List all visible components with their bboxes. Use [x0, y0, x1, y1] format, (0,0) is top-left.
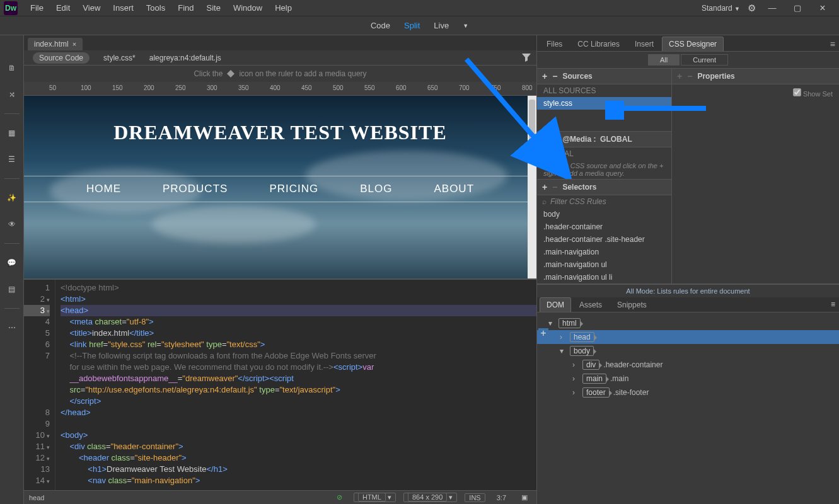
- view-switcher: CodeSplitLive▼: [0, 16, 839, 35]
- viewmode-live[interactable]: Live: [434, 21, 449, 30]
- source-stylecss[interactable]: style.css: [537, 97, 671, 110]
- live-preview[interactable]: DREAMWEAVER TEST WEBSITE HOMEPRODUCTSPRI…: [24, 96, 536, 278]
- dom-node-head[interactable]: ›head: [537, 330, 839, 344]
- viewmode-code[interactable]: Code: [371, 21, 390, 30]
- line-gutter[interactable]: 1234567891011121314: [24, 280, 55, 490]
- media-query-marker-icon: [226, 69, 235, 78]
- document-tabs: index.html ×: [24, 35, 536, 50]
- panel-tab-files[interactable]: Files: [540, 37, 569, 51]
- selector-row[interactable]: .main-navigation ul: [537, 258, 671, 271]
- live-options-icon[interactable]: ▼: [463, 23, 468, 29]
- media-global-row[interactable]: GLOBAL: [537, 147, 671, 160]
- related-file-alegreya[interactable]: alegreya:n4:default.js: [149, 54, 221, 62]
- css-mode-current[interactable]: Current: [681, 54, 728, 66]
- dom-add-icon[interactable]: +: [538, 328, 548, 338]
- panel-icon[interactable]: ▤: [4, 282, 20, 297]
- left-toolbar: 🗎 ⤭ ▦ ☰ ✨ 👁 💬 ▤ ⋯: [0, 35, 24, 504]
- preview-scrollbar[interactable]: [528, 96, 536, 278]
- breadcrumb[interactable]: head: [29, 494, 44, 501]
- dom-tab-assets[interactable]: Assets: [572, 297, 609, 312]
- sources-header: + − Sources: [537, 68, 671, 84]
- panel-tab-cc-libraries[interactable]: CC Libraries: [570, 37, 627, 51]
- selector-row[interactable]: body: [537, 208, 671, 220]
- selector-row[interactable]: .header-container: [537, 220, 671, 233]
- panel-tab-insert[interactable]: Insert: [628, 37, 661, 51]
- nav-pricing[interactable]: PRICING: [269, 183, 318, 195]
- menu-site[interactable]: Site: [200, 0, 226, 16]
- code-editor[interactable]: 1234567891011121314 <!doctype html><html…: [24, 280, 536, 490]
- dom-node-html[interactable]: ▾html: [537, 316, 839, 330]
- wand-icon[interactable]: ✨: [4, 190, 20, 205]
- lang-selector[interactable]: HTML ▾: [354, 493, 396, 502]
- menu-file[interactable]: File: [24, 0, 50, 16]
- menu-window[interactable]: Window: [227, 0, 269, 16]
- menu-find[interactable]: Find: [171, 0, 200, 16]
- code-content[interactable]: <!doctype html><html><head> <meta charse…: [55, 280, 536, 490]
- close-button[interactable]: ×: [814, 3, 831, 14]
- viewmode-split[interactable]: Split: [404, 21, 420, 30]
- source-code-pill[interactable]: Source Code: [33, 52, 90, 64]
- menu-insert[interactable]: Insert: [107, 0, 140, 16]
- workspace-switcher[interactable]: Standard ▼: [702, 4, 740, 13]
- insert-mode[interactable]: INS: [465, 493, 485, 502]
- dom-tab-snippets[interactable]: Snippets: [610, 297, 654, 312]
- selector-row[interactable]: .header-container .site-header: [537, 233, 671, 246]
- nav-products[interactable]: PRODUCTS: [163, 183, 228, 195]
- minimize-button[interactable]: —: [763, 3, 781, 14]
- nav-blog[interactable]: BLOG: [360, 183, 392, 195]
- app-logo[interactable]: Dw: [4, 1, 18, 15]
- panel-tab-css-designer[interactable]: CSS Designer: [662, 37, 724, 51]
- related-files-bar: Source Code style.css* alegreya:n4:defau…: [24, 50, 536, 66]
- file-tab-index[interactable]: index.html ×: [28, 38, 83, 50]
- status-ok-icon: ⊘: [333, 493, 346, 501]
- media-header: + − @Media : GLOBAL: [537, 131, 671, 147]
- sync-settings-icon[interactable]: ⚙: [748, 3, 756, 14]
- eye-icon[interactable]: 👁: [4, 217, 20, 232]
- add-selector-icon[interactable]: +: [542, 182, 547, 192]
- menu-help[interactable]: Help: [269, 0, 298, 16]
- preview-device-icon[interactable]: ▣: [518, 493, 531, 501]
- menu-tools[interactable]: Tools: [140, 0, 171, 16]
- show-set-checkbox[interactable]: Show Set: [793, 88, 833, 98]
- inspect-icon[interactable]: ☰: [4, 152, 20, 167]
- add-source-icon[interactable]: +: [542, 71, 547, 81]
- remove-selector-icon[interactable]: −: [552, 182, 557, 192]
- dom-panel-menu-icon[interactable]: ≡: [831, 300, 835, 309]
- menu-edit[interactable]: Edit: [50, 0, 76, 16]
- nav-about[interactable]: ABOUT: [434, 183, 474, 195]
- git-icon[interactable]: ⤭: [4, 87, 20, 102]
- dom-node-body[interactable]: ▾body: [537, 344, 839, 358]
- selector-row[interactable]: .main-navigation: [537, 246, 671, 258]
- dom-node-main[interactable]: ›main.main: [537, 372, 839, 386]
- remove-source-icon[interactable]: −: [552, 71, 557, 81]
- panel-menu-icon[interactable]: ≡: [830, 39, 835, 49]
- nav-home[interactable]: HOME: [86, 183, 121, 195]
- more-tools-icon[interactable]: ⋯: [4, 320, 20, 335]
- filter-icon[interactable]: [521, 52, 531, 64]
- file-manager-icon[interactable]: 🗎: [4, 60, 20, 76]
- dom-tab-dom[interactable]: DOM: [540, 297, 571, 312]
- comment-icon[interactable]: 💬: [4, 255, 20, 270]
- dom-tree[interactable]: + ▾html›head▾body›div.header-container›m…: [537, 312, 839, 504]
- css-mode-all[interactable]: All: [648, 54, 680, 66]
- all-sources-row[interactable]: ALL SOURCES: [537, 84, 671, 97]
- live-view-icon[interactable]: ▦: [4, 125, 20, 140]
- remove-media-icon[interactable]: −: [552, 134, 557, 144]
- close-tab-icon[interactable]: ×: [72, 40, 76, 48]
- cursor-pos: 3:7: [493, 494, 510, 501]
- add-media-icon[interactable]: +: [542, 134, 547, 144]
- remove-property-icon[interactable]: −: [687, 71, 692, 81]
- dom-node-div[interactable]: ›div.header-container: [537, 358, 839, 372]
- dom-node-footer[interactable]: ›footer.site-footer: [537, 386, 839, 399]
- selectors-header: + − Selectors: [537, 179, 671, 195]
- maximize-button[interactable]: ▢: [789, 3, 806, 14]
- ruler[interactable]: 5010015020025030035040045050055060065070…: [24, 82, 536, 96]
- selector-filter[interactable]: ⌕ Filter CSS Rules: [537, 195, 671, 208]
- related-file-stylecss[interactable]: style.css*: [103, 54, 136, 62]
- size-selector[interactable]: 864 x 290 ▾: [403, 493, 457, 502]
- menu-view[interactable]: View: [76, 0, 107, 16]
- selector-row[interactable]: .main-navigation ul li: [537, 271, 671, 284]
- dom-panel-tabs: DOMAssetsSnippets≡: [537, 297, 839, 312]
- media-hint: Select a CSS source and click on the + s…: [537, 160, 671, 179]
- add-property-icon[interactable]: +: [677, 71, 682, 81]
